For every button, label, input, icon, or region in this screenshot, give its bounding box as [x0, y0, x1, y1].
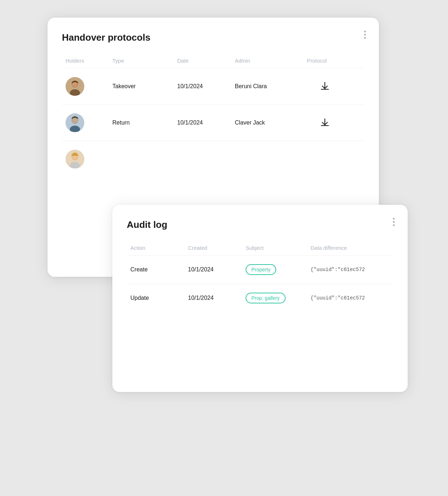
audit-row-2: Update 10/1/2024 Prop. gallery {"uuuid":…	[127, 284, 393, 312]
audit-title: Audit log	[127, 219, 393, 230]
subject-cell-2: Prop. gallery	[246, 293, 310, 303]
audit-col-data-diff: Data difference	[310, 245, 390, 251]
admin-cell-1: Beruni Clara	[235, 83, 307, 90]
created-cell-2: 10/1/2024	[188, 295, 246, 301]
date-cell-1: 10/1/2024	[177, 83, 235, 90]
handover-title: Handover protocols	[62, 32, 364, 43]
avatar-1	[66, 77, 84, 96]
avatar-3	[66, 150, 84, 168]
audit-table-header: Action Created Subject Data difference	[127, 245, 393, 255]
audit-row-1: Create 10/1/2024 Property {"uuuid":"c61e…	[127, 255, 393, 284]
subject-cell-1: Property	[246, 264, 310, 275]
svg-point-7	[72, 118, 78, 123]
col-date: Date	[177, 58, 235, 64]
col-type: Type	[112, 58, 177, 64]
download-button-2[interactable]	[307, 118, 343, 128]
handover-menu-button[interactable]	[364, 31, 366, 39]
col-protocol: Protocol	[307, 58, 343, 64]
handover-table-header: Holders Type Date Admin Protocol	[62, 58, 364, 68]
data-diff-cell-2: {"uuuid":"c61ec572	[310, 295, 390, 301]
col-admin: Admin	[235, 58, 307, 64]
avatar-cell-3	[66, 150, 112, 168]
audit-col-subject: Subject	[246, 245, 310, 251]
audit-menu-button[interactable]	[393, 218, 395, 226]
audit-col-created: Created	[188, 245, 246, 251]
handover-row-3	[62, 141, 364, 177]
type-cell-1: Takeover	[112, 83, 177, 90]
subject-badge-1: Property	[246, 264, 276, 275]
data-diff-cell-1: {"uuuid":"c61ec572	[310, 267, 390, 272]
created-cell-1: 10/1/2024	[188, 266, 246, 273]
avatar-cell-1	[66, 77, 112, 96]
action-cell-2: Update	[130, 295, 188, 301]
handover-row-2: Return 10/1/2024 Claver Jack	[62, 104, 364, 141]
type-cell-2: Return	[112, 120, 177, 126]
admin-cell-2: Claver Jack	[235, 120, 307, 126]
avatar-2	[66, 113, 84, 132]
audit-col-action: Action	[130, 245, 188, 251]
avatar-cell-2	[66, 113, 112, 132]
action-cell-1: Create	[130, 266, 188, 273]
col-holders: Holders	[66, 58, 112, 64]
download-button-1[interactable]	[307, 81, 343, 91]
date-cell-2: 10/1/2024	[177, 120, 235, 126]
handover-row-1: Takeover 10/1/2024 Beruni Clara	[62, 68, 364, 104]
audit-log-card: Audit log Action Created Subject Data di…	[112, 205, 408, 392]
subject-badge-2: Prop. gallery	[246, 293, 286, 303]
